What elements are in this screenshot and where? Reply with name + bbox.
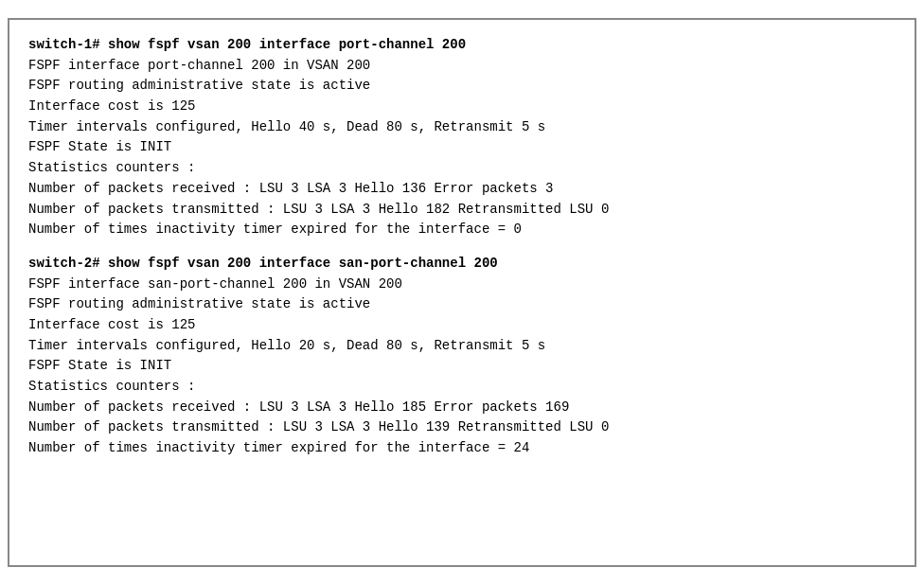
output-line-2-4: Timer intervals configured, Hello 20 s, … (28, 336, 896, 357)
terminal-output: switch-1# show fspf vsan 200 interface p… (8, 18, 916, 567)
output-line-1-2: FSPF routing administrative state is act… (28, 76, 896, 97)
output-line-1-4: Timer intervals configured, Hello 40 s, … (28, 117, 896, 138)
output-line-1-3: Interface cost is 125 (28, 97, 896, 117)
output-line-1-7: Number of packets received : LSU 3 LSA 3… (28, 179, 896, 200)
output-line-1-5: FSPF State is INIT (28, 137, 896, 158)
command-line-1: switch-1# show fspf vsan 200 interface p… (28, 35, 896, 56)
output-line-2-9: Number of times inactivity timer expired… (28, 438, 896, 459)
output-line-1-1: FSPF interface port-channel 200 in VSAN … (28, 56, 896, 77)
output-line-2-7: Number of packets received : LSU 3 LSA 3… (28, 398, 896, 418)
output-line-2-8: Number of packets transmitted : LSU 3 LS… (28, 417, 896, 438)
output-line-1-8: Number of packets transmitted : LSU 3 LS… (28, 200, 896, 221)
output-line-1-6: Statistics counters : (28, 158, 896, 179)
output-line-2-6: Statistics counters : (28, 377, 896, 398)
output-line-2-5: FSPF State is INIT (28, 356, 896, 377)
spacer-1 (28, 240, 896, 254)
command-line-2: switch-2# show fspf vsan 200 interface s… (28, 254, 896, 275)
output-line-2-1: FSPF interface san-port-channel 200 in V… (28, 275, 896, 295)
output-line-1-9: Number of times inactivity timer expired… (28, 220, 896, 240)
output-line-2-2: FSPF routing administrative state is act… (28, 294, 896, 315)
output-line-2-3: Interface cost is 125 (28, 315, 896, 336)
